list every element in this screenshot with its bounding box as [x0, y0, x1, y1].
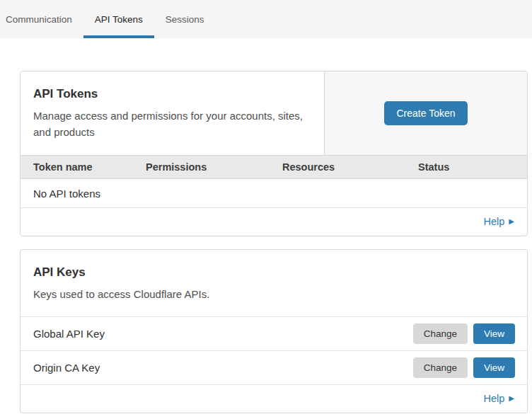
- create-token-button[interactable]: Create Token: [384, 101, 467, 125]
- api-tokens-help-link[interactable]: Help ▶: [483, 216, 514, 227]
- column-header-resources: Resources: [282, 161, 418, 173]
- column-header-token-name: Token name: [33, 161, 146, 173]
- api-keys-card-header: API Keys Keys used to access Cloudflare …: [21, 250, 527, 316]
- key-name: Global API Key: [33, 328, 413, 340]
- key-actions: Change View: [413, 357, 515, 378]
- key-row-global-api-key: Global API Key Change View: [21, 316, 527, 350]
- change-global-api-key-button[interactable]: Change: [413, 323, 468, 344]
- token-table-header: Token name Permissions Resources Status: [21, 155, 527, 179]
- key-name: Origin CA Key: [33, 362, 413, 374]
- help-link-label: Help: [483, 393, 504, 404]
- api-tokens-header-action-area: Create Token: [325, 71, 527, 155]
- api-tokens-description: Manage access and permissions for your a…: [33, 108, 311, 141]
- help-arrow-icon: ▶: [509, 394, 514, 402]
- column-header-permissions: Permissions: [146, 161, 282, 173]
- api-tokens-card: API Tokens Manage access and permissions…: [20, 71, 528, 236]
- tab-communication[interactable]: Communication: [6, 0, 83, 38]
- api-keys-help-link[interactable]: Help ▶: [483, 393, 514, 404]
- help-arrow-icon: ▶: [509, 217, 514, 225]
- api-keys-card-footer: Help ▶: [21, 384, 527, 413]
- token-table-empty-message: No API tokens: [21, 179, 527, 208]
- tab-api-tokens[interactable]: API Tokens: [83, 0, 154, 38]
- api-tokens-header-text: API Tokens Manage access and permissions…: [21, 71, 325, 155]
- page-content: API Tokens Manage access and permissions…: [0, 38, 532, 413]
- api-keys-card: API Keys Keys used to access Cloudflare …: [20, 249, 528, 413]
- column-header-status: Status: [418, 161, 527, 173]
- api-keys-description: Keys used to access Cloudflare APIs.: [33, 286, 514, 302]
- help-link-label: Help: [483, 216, 504, 227]
- api-tokens-title: API Tokens: [33, 87, 311, 101]
- change-origin-ca-key-button[interactable]: Change: [413, 357, 468, 378]
- key-actions: Change View: [413, 323, 515, 344]
- api-keys-title: API Keys: [33, 265, 514, 280]
- key-row-origin-ca-key: Origin CA Key Change View: [21, 350, 527, 384]
- tab-bar: Communication API Tokens Sessions: [0, 0, 532, 38]
- view-origin-ca-key-button[interactable]: View: [473, 357, 515, 378]
- api-tokens-card-header: API Tokens Manage access and permissions…: [21, 71, 527, 155]
- tab-sessions[interactable]: Sessions: [154, 0, 216, 38]
- api-tokens-card-footer: Help ▶: [21, 208, 527, 236]
- view-global-api-key-button[interactable]: View: [473, 323, 515, 344]
